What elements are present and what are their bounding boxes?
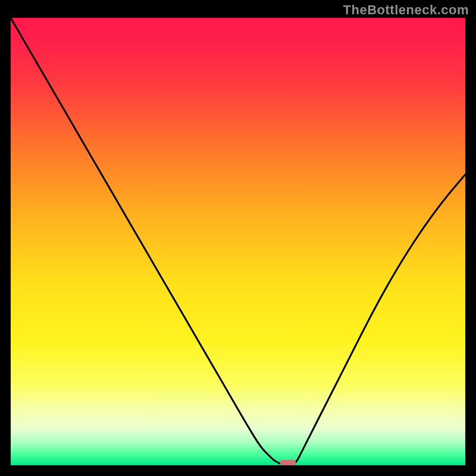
- optimal-point-marker: [280, 460, 296, 466]
- gradient-background: [11, 18, 465, 465]
- chart-frame: TheBottleneck.com: [0, 0, 476, 476]
- watermark-text: TheBottleneck.com: [343, 2, 469, 18]
- bottleneck-chart: [0, 0, 476, 476]
